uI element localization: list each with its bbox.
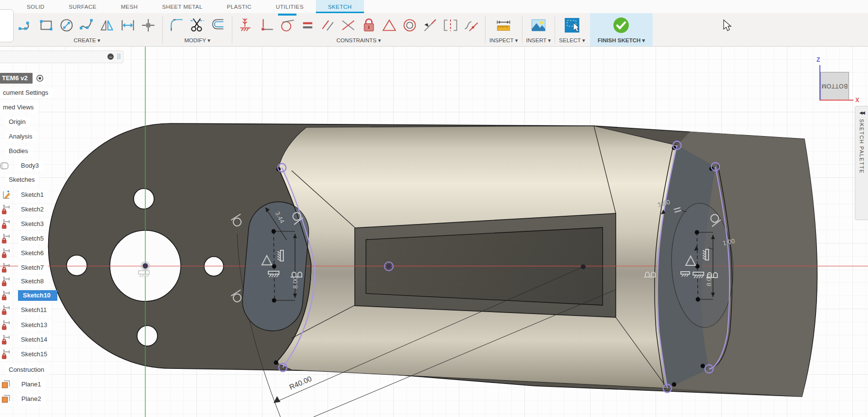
sketch-palette-tab[interactable]: ◀◀ SKETCH PALETTE	[855, 106, 868, 220]
browser-item-sketch15[interactable]: Sketch15	[1, 349, 52, 360]
browser-item-sketch5[interactable]: Sketch5	[1, 233, 48, 244]
tab-sketch[interactable]: SKETCH	[316, 0, 364, 13]
browser-item-sketch13[interactable]: Sketch13	[1, 320, 52, 330]
sketch-lock-icon	[1, 219, 11, 229]
browser-item-plane2[interactable]: Plane2	[1, 394, 45, 404]
collapse-browser-icon[interactable]: –	[107, 53, 114, 60]
browser-item-sketches[interactable]: Sketches	[6, 174, 39, 185]
browser-item-sketch3[interactable]: Sketch3	[1, 219, 48, 229]
expand-palette-icon[interactable]: ◀◀	[859, 110, 864, 115]
browser-item-plane1[interactable]: Plane1	[1, 379, 45, 390]
symmetry-constraint-icon[interactable]	[440, 15, 461, 35]
browser-item-sketch6[interactable]: Sketch6	[1, 248, 48, 259]
fillet-tool-icon[interactable]	[167, 15, 187, 35]
finish-sketch-button[interactable]: FINISH SKETCH ▾	[590, 13, 653, 46]
browser-item-origin[interactable]: Origin	[6, 117, 30, 127]
insert-dropdown[interactable]: INSERT ▾	[526, 37, 551, 44]
circle-tool-icon[interactable]	[56, 15, 77, 35]
collinear-constraint-icon[interactable]	[338, 15, 359, 35]
toolbar-divider	[485, 16, 486, 43]
group-inspect: INSPECT ▾	[486, 13, 521, 46]
toolbar-divider	[162, 16, 163, 43]
tab-solid[interactable]: SOLID	[15, 0, 57, 13]
mirror-tool-icon[interactable]	[97, 15, 118, 35]
browser-item-bodies[interactable]: Bodies	[6, 146, 33, 156]
line-tool-icon[interactable]	[16, 15, 36, 35]
spline-tool-icon[interactable]	[77, 15, 97, 35]
browser-item-sketch1[interactable]: Sketch1	[1, 190, 48, 200]
equal-constraint-icon[interactable]	[297, 15, 318, 35]
browser-item-sketch7[interactable]: Sketch7	[1, 262, 48, 273]
parallel-constraint-icon[interactable]	[318, 15, 338, 35]
fusion-app-window: SOLID SURFACE MESH SHEET METAL PLASTIC U…	[0, 0, 868, 417]
group-insert: INSERT ▾	[523, 13, 554, 46]
toolbar-divider	[555, 16, 555, 43]
ribbon-tab-bar: SOLID SURFACE MESH SHEET METAL PLASTIC U…	[0, 0, 868, 13]
tab-mesh[interactable]: MESH	[109, 0, 150, 13]
select-tool-icon[interactable]	[562, 15, 582, 35]
browser-header-bar[interactable]: – ||	[0, 51, 123, 63]
tab-utilities[interactable]: UTILITIES	[263, 0, 315, 13]
sketch-lock-icon	[1, 263, 11, 273]
trim-tool-icon[interactable]	[187, 15, 208, 35]
browser-item-sketch8[interactable]: Sketch8	[1, 276, 48, 287]
symmetric-triangle-constraint-icon[interactable]	[379, 15, 399, 35]
browser-item-sketch10[interactable]: Sketch10	[1, 290, 57, 301]
body-icon	[0, 161, 10, 171]
bottom-hole	[137, 326, 157, 346]
top-hole	[134, 189, 154, 209]
concentric-constraint-icon[interactable]	[399, 15, 420, 35]
sketch-lock-icon	[1, 248, 11, 258]
measure-tool-icon[interactable]	[493, 15, 514, 35]
vertical-horizontal-constraint-icon[interactable]	[257, 15, 277, 35]
sketch-lock-icon	[1, 291, 11, 300]
sketch-dimension-tool-icon[interactable]	[118, 15, 138, 35]
toolbar-divider	[522, 16, 522, 43]
rectangle-tool-icon[interactable]	[36, 15, 56, 35]
tab-plastic[interactable]: PLASTIC	[215, 0, 264, 13]
group-create: CREATE ▾	[13, 13, 161, 46]
browser-grip-icon[interactable]: ||	[117, 52, 121, 59]
sketch-lock-icon	[1, 320, 11, 330]
browser-item-document-settings[interactable]: cument Settings	[0, 87, 52, 98]
curvature-constraint-icon[interactable]	[461, 15, 481, 35]
svg-text:8.00: 8.00	[292, 277, 299, 289]
sketch-palette-label: SKETCH PALETTE	[859, 119, 865, 174]
browser-item-body3[interactable]: Body3	[0, 160, 43, 171]
browser-item-construction[interactable]: Construction	[6, 365, 49, 375]
sketch-lock-icon	[1, 234, 11, 243]
left-hole	[67, 255, 87, 276]
browser-item-sketch11[interactable]: Sketch11	[1, 305, 51, 315]
browser-item-sketch2[interactable]: Sketch2	[1, 204, 48, 215]
tab-surface[interactable]: SURFACE	[57, 0, 109, 13]
activate-component-icon[interactable]	[34, 73, 46, 84]
toolbar-divider	[232, 16, 232, 43]
inspect-dropdown[interactable]: INSPECT ▾	[489, 37, 518, 44]
sketch-pencil-icon	[1, 190, 11, 200]
browser-item-sketch14[interactable]: Sketch14	[1, 334, 52, 345]
offset-tool-icon[interactable]	[208, 15, 228, 35]
modify-dropdown[interactable]: MODIFY ▾	[184, 37, 210, 44]
model-viewport[interactable]: R40.00	[0, 47, 868, 417]
midpoint-constraint-icon[interactable]	[420, 15, 440, 35]
sketch-scene: R40.00	[0, 47, 868, 417]
group-constraints: CONSTRAINTS ▾	[233, 13, 484, 46]
insert-image-icon[interactable]	[528, 15, 549, 35]
plane-icon	[1, 380, 11, 389]
viewcube-face-bottom[interactable]: BOTTOM	[820, 72, 849, 100]
plane-icon	[1, 394, 11, 404]
lock-constraint-icon[interactable]	[359, 15, 379, 35]
create-dropdown[interactable]: CREATE ▾	[74, 37, 101, 44]
browser-item-root[interactable]: TEM6 v2	[0, 73, 46, 84]
constraints-dropdown[interactable]: CONSTRAINTS ▾	[336, 37, 381, 44]
group-modify: MODIFY ▾	[164, 13, 231, 46]
sketch-lock-icon	[1, 277, 11, 286]
select-dropdown[interactable]: SELECT ▾	[559, 37, 585, 44]
tangent-constraint-icon[interactable]	[277, 15, 297, 35]
browser-item-analysis[interactable]: Analysis	[6, 131, 36, 142]
tab-sheet-metal[interactable]: SHEET METAL	[150, 0, 214, 13]
sketch-lock-icon	[1, 335, 11, 345]
fix-constraint-icon[interactable]	[236, 15, 257, 35]
point-tool-icon[interactable]	[138, 15, 158, 35]
browser-item-named-views[interactable]: med Views	[0, 102, 38, 113]
